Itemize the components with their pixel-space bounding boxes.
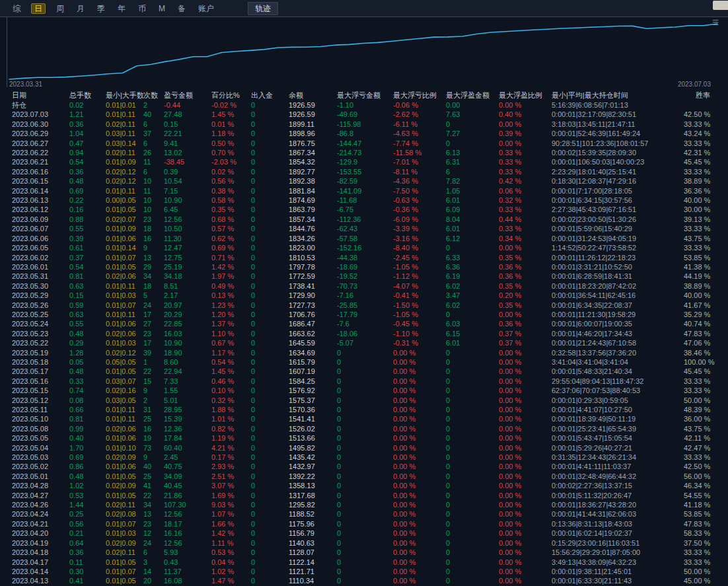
min-max-lots: 0.01|0.07 — [106, 567, 143, 576]
table-row[interactable]: 2023.05.191.280.02|0.123918.901.17 %0163… — [0, 348, 728, 357]
table-row[interactable]: 2023.05.110.660.01|0.113128.951.88 %0157… — [0, 405, 728, 414]
table-row[interactable]: 2023.04.180.360.02|0.1165.930.53 %01128.… — [0, 548, 728, 557]
min-max-lots: 0.02|0.09 — [106, 538, 143, 548]
max-float-loss: 0 — [337, 548, 393, 557]
table-row[interactable]: 2023.04.140.300.01|0.071411.371.02 %0112… — [0, 567, 728, 576]
max-float-loss: 0 — [337, 443, 393, 453]
balance: 1797.78 — [289, 262, 337, 272]
table-row[interactable]: 2023.06.270.470.03|0.1469.410.50 %01876.… — [0, 139, 728, 148]
pnl-amount: 10.50 — [164, 224, 211, 233]
pnl-amount: 28.95 — [164, 405, 211, 414]
win-rate: 33.33 % — [684, 243, 728, 252]
pnl-percent: 3.07 % — [211, 481, 251, 490]
total-lots: 0.36 — [69, 548, 106, 557]
hold-time-min-avg-max: 0:00:01|6:33:30|21:11:43 — [552, 576, 684, 585]
max-float-profit-percent: 0.40 % — [499, 110, 552, 119]
table-row[interactable]: 2023.06.010.540.01|0.052925.191.42 %0179… — [0, 262, 728, 272]
table-row[interactable]: 2023.05.160.330.03|0.07157.330.46 %01584… — [0, 377, 728, 386]
table-row[interactable]: 2023.05.310.810.02|0.063434.181.97 %0177… — [0, 272, 728, 281]
table-row[interactable]: 2023.05.041.700.01|0.107360.404.21 %0149… — [0, 443, 728, 453]
max-float-profit-percent: 0.37 % — [499, 329, 552, 338]
table-row[interactable]: 2023.05.080.990.02|0.061612.360.82 %0152… — [0, 424, 728, 433]
max-float-profit: 0 — [446, 538, 499, 548]
table-row[interactable]: 2023.05.100.810.01|0.112515.391.01 %0154… — [0, 414, 728, 423]
topbar-tab[interactable]: 币 — [136, 3, 148, 14]
max-float-profit-percent: 0.32 % — [499, 196, 552, 205]
table-row[interactable]: 2023.04.130.410.01|0.052016.081.47 %0111… — [0, 576, 728, 585]
table-row[interactable]: 2023.04.240.250.02|0.081312.561.07 %0118… — [0, 509, 728, 519]
balance: 1188.52 — [289, 509, 337, 519]
table-row[interactable]: 2023.04.210.560.01|0.072318.171.66 %0117… — [0, 519, 728, 529]
table-row[interactable]: 2023.06.020.370.01|0.071312.750.71 %0181… — [0, 253, 728, 262]
table-row[interactable]: 2023.06.220.940.02|0.112613.020.70 %0186… — [0, 148, 728, 157]
table-row[interactable]: 2023.05.230.480.02|0.062316.031.10 %0166… — [0, 329, 728, 338]
topbar-tab[interactable]: 账户 — [196, 3, 216, 14]
table-row[interactable]: 2023.06.150.480.02|0.121010.540.56 %0189… — [0, 176, 728, 186]
table-row[interactable]: 2023.06.120.160.01|0.05106.450.35 %01863… — [0, 205, 728, 214]
table-row[interactable]: 2023.06.060.390.01|0.061611.300.62 %0183… — [0, 234, 728, 243]
max-float-loss-percent: 0.00 % — [393, 357, 446, 367]
date: 2023.06.30 — [0, 120, 69, 129]
max-float-profit: 6.13 — [446, 148, 499, 157]
table-row[interactable]: 2023.05.220.290.01|0.031710.900.67 %0164… — [0, 338, 728, 348]
table-row[interactable]: 2023.05.260.590.01|0.072420.971.23 %0172… — [0, 301, 728, 310]
table-row[interactable]: 2023.05.050.400.01|0.061917.841.19 %0151… — [0, 433, 728, 443]
hold-time-min-avg-max: 0:00:01|11:21:30|19:58:29 — [552, 310, 684, 319]
table-row[interactable]: 2023.04.170.110.01|0.0530.430.04 %01122.… — [0, 558, 728, 567]
table-row[interactable]: 2023.05.170.480.01|0.052222.941.45 %0160… — [0, 367, 728, 376]
table-row[interactable]: 2023.06.300.360.02|0.1160.150.01 %01899.… — [0, 120, 728, 129]
deposit-withdraw: 0 — [251, 205, 289, 214]
table-row[interactable]: 2023.06.210.540.01|0.0911-38.45-2.03 %01… — [0, 157, 728, 166]
table-row[interactable]: 2023.04.270.530.01|0.052221.861.69 %0131… — [0, 491, 728, 500]
trajectory-button[interactable]: 轨迹 — [248, 2, 278, 15]
topbar-tab[interactable]: 日 — [31, 3, 46, 14]
topbar-tab[interactable]: 综 — [11, 3, 22, 14]
table-row[interactable]: 2023.06.130.220.00|0.051010.900.58 %0187… — [0, 196, 728, 205]
max-float-loss: -5.07 — [337, 338, 393, 348]
deposit-withdraw: 0 — [251, 291, 289, 300]
table-row[interactable]: 2023.06.050.610.01|0.14912.470.69 %01823… — [0, 243, 728, 252]
pnl-percent: 0.68 % — [211, 215, 251, 224]
table-row[interactable]: 2023.05.250.630.01|0.111720.291.20 %0170… — [0, 310, 728, 319]
table-row[interactable]: 2023.04.200.210.01|0.031216.161.42 %0115… — [0, 529, 728, 538]
max-float-loss: -141.09 — [337, 186, 393, 196]
trade-count: 10 — [143, 205, 164, 214]
table-row[interactable]: 2023.06.140.690.01|0.11117.150.38 %01881… — [0, 186, 728, 196]
table-row[interactable]: 2023.05.120.080.03|0.0525.010.32 %01575.… — [0, 396, 728, 405]
table-row[interactable]: 2023.07.031.210.01|0.114027.481.45 %0192… — [0, 110, 728, 119]
topbar-corner-icon[interactable] — [713, 1, 728, 10]
topbar-tab[interactable]: 周 — [54, 3, 66, 14]
table-row[interactable]: 2023.05.020.860.01|0.064040.752.93 %0143… — [0, 462, 728, 471]
col-header-min-max-lots: 最小|大手数 — [106, 91, 143, 100]
table-row[interactable]: 2023.05.180.050.05|0.0518.600.54 %01615.… — [0, 357, 728, 367]
table-row[interactable]: 2023.04.281.020.02|0.094140.453.07 %0135… — [0, 481, 728, 490]
topbar-tab[interactable]: 季 — [95, 3, 107, 14]
deposit-withdraw: 0 — [251, 567, 289, 576]
topbar-tab[interactable]: M — [157, 3, 167, 14]
table-row[interactable]: 2023.06.160.360.02|0.1260.390.02 %01892.… — [0, 167, 728, 176]
position-summary-row[interactable]: 持仓0.020.01|0.012-0.44-0.02 %01926.59-1.1… — [0, 100, 728, 110]
table-row[interactable]: 2023.05.030.690.02|0.0992.450.17 %01435.… — [0, 453, 728, 462]
topbar-tab[interactable]: 备 — [176, 3, 188, 14]
equity-curve-chart[interactable] — [0, 17, 728, 91]
table-row[interactable]: 2023.05.240.550.01|0.062722.851.37 %0168… — [0, 319, 728, 328]
table-row[interactable]: 2023.06.291.040.03|0.113722.211.18 %0189… — [0, 129, 728, 138]
table-row[interactable]: 2023.05.290.150.01|0.0352.170.13 %01729.… — [0, 291, 728, 300]
table-row[interactable]: 2023.04.261.440.02|0.1134107.309.03 %012… — [0, 500, 728, 509]
col-header-total-lots: 总手数 — [69, 91, 106, 100]
min-max-lots: 0.02|0.07 — [106, 215, 143, 224]
table-row[interactable]: 2023.05.010.480.01|0.052534.092.51 %0139… — [0, 472, 728, 481]
deposit-withdraw: 0 — [251, 281, 289, 291]
table-row[interactable]: 2023.05.150.740.02|0.1691.550.10 %01576.… — [0, 386, 728, 395]
table-row[interactable]: 2023.05.300.630.01|0.11188.510.49 %01738… — [0, 281, 728, 291]
col-header-max-float-profit: 最大浮盈金额 — [446, 91, 499, 100]
table-row[interactable]: 2023.06.070.550.01|0.091810.500.57 %0184… — [0, 224, 728, 233]
topbar-tab[interactable]: 月 — [75, 3, 87, 14]
max-float-loss: -44.38 — [337, 253, 393, 262]
table-row[interactable]: 2023.04.190.640.02|0.092412.561.11 %0114… — [0, 538, 728, 548]
topbar-tab[interactable]: 年 — [116, 3, 127, 14]
chart-menu-icon[interactable]: ☰ — [712, 19, 719, 26]
table-row[interactable]: 2023.06.090.880.02|0.072312.560.68 %0185… — [0, 215, 728, 224]
hold-time-min-avg-max: 1:14:52|50:22:47|73:58:52 — [552, 243, 684, 252]
balance: 1435.42 — [289, 453, 337, 462]
